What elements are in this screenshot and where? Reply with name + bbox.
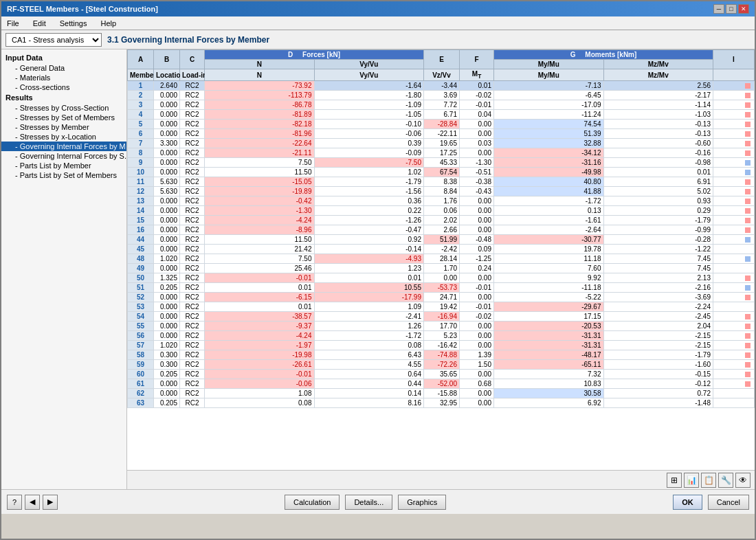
table-row[interactable]: 90.000RC27.50-7.5045.33-1.30-31.16-0.98 bbox=[128, 158, 755, 168]
next-button[interactable]: ▶ bbox=[43, 495, 58, 510]
table-row[interactable]: 580.300RC2-19.986.43-74.881.39-48.17-1.7… bbox=[128, 350, 755, 360]
menu-help[interactable]: Help bbox=[98, 19, 119, 28]
cell-member-no: 2 bbox=[128, 91, 154, 100]
close-button[interactable]: ✕ bbox=[738, 4, 749, 14]
sidebar-item-governing-set[interactable]: - Governing Internal Forces by S... bbox=[1, 151, 126, 161]
ok-button[interactable]: OK bbox=[673, 495, 702, 510]
sidebar-item-general-data[interactable]: - General Data bbox=[1, 63, 126, 73]
sidebar-item-materials[interactable]: - Materials bbox=[1, 73, 126, 82]
table-row[interactable]: 125.630RC2-19.89-1.568.84-0.4341.885.02 bbox=[128, 187, 755, 196]
graphics-button[interactable]: Graphics bbox=[398, 495, 446, 510]
cell-MyMu: -48.17 bbox=[494, 350, 604, 360]
table-row[interactable]: 440.000RC211.500.9251.99-0.48-30.77-0.28 bbox=[128, 235, 755, 245]
table-row[interactable]: 560.000RC2-4.24-1.725.230.00-31.31-2.15 bbox=[128, 331, 755, 341]
bottom-left-controls: ? ◀ ▶ bbox=[7, 495, 58, 510]
cell-VzVv: 8.84 bbox=[424, 187, 460, 196]
table-row[interactable]: 571.020RC2-1.970.08-16.420.00-31.31-2.15 bbox=[128, 341, 755, 350]
table-row[interactable]: 150.000RC2-4.24-1.262.020.00-1.61-1.79 bbox=[128, 216, 755, 225]
col-header-B: B bbox=[154, 50, 180, 69]
cell-VzVv: -72.26 bbox=[424, 360, 460, 370]
table-row[interactable]: 160.000RC2-8.96-0.472.660.00-2.64-0.99 bbox=[128, 225, 755, 235]
help-button[interactable]: ? bbox=[7, 495, 22, 510]
cell-N: 7.50 bbox=[205, 158, 315, 168]
table-row[interactable]: 540.000RC2-38.57-2.41-16.94-0.0217.15-2.… bbox=[128, 312, 755, 322]
table-row[interactable]: 501.325RC2-0.010.010.000.009.922.13 bbox=[128, 273, 755, 283]
cell-VyVu: -2.41 bbox=[314, 312, 424, 322]
cell-loading: RC2 bbox=[180, 302, 205, 312]
cell-location: 0.000 bbox=[154, 168, 180, 177]
bottom-center-controls: Calculation Details... Graphics bbox=[285, 495, 446, 510]
menu-file[interactable]: File bbox=[4, 19, 22, 28]
case-dropdown[interactable]: CA1 - Stress analysis bbox=[5, 33, 102, 47]
cell-VzVv: 1.76 bbox=[424, 196, 460, 206]
sidebar-item-stresses-x[interactable]: - Stresses by x-Location bbox=[1, 132, 126, 142]
cell-VzVv: 0.00 bbox=[424, 273, 460, 283]
sidebar-item-parts-set[interactable]: - Parts List by Set of Members bbox=[1, 170, 126, 180]
table-row[interactable]: 50.000RC2-82.18-0.10-28.840.0074.54-0.13 bbox=[128, 120, 755, 129]
table-row[interactable]: 510.205RC20.0110.55-53.73-0.01-11.18-2.1… bbox=[128, 283, 755, 293]
table-row[interactable]: 20.000RC2-113.79-1.803.69-0.02-6.45-2.17 bbox=[128, 91, 755, 100]
cell-indicator bbox=[713, 168, 755, 177]
cell-VyVu: 1.02 bbox=[314, 168, 424, 177]
table-row[interactable]: 130.000RC2-0.420.361.760.00-1.720.93 bbox=[128, 196, 755, 206]
icon-filter-btn[interactable]: 🔧 bbox=[718, 473, 733, 488]
table-row[interactable]: 115.630RC2-15.05-1.798.38-0.3840.806.91 bbox=[128, 177, 755, 187]
cell-MyMu: 7.32 bbox=[494, 370, 604, 379]
table-row[interactable]: 620.000RC21.080.14-15.880.0030.580.72 bbox=[128, 389, 755, 398]
icon-chart-btn[interactable]: 📊 bbox=[684, 473, 699, 488]
cell-VzVv: 17.25 bbox=[424, 148, 460, 158]
prev-button[interactable]: ◀ bbox=[25, 495, 40, 510]
table-row[interactable]: 530.000RC20.011.0919.42-0.01-29.67-2.24 bbox=[128, 302, 755, 312]
table-row[interactable]: 550.000RC2-9.371.2617.700.00-20.532.04 bbox=[128, 322, 755, 331]
table-row[interactable]: 100.000RC211.501.0267.54-0.51-49.980.01 bbox=[128, 168, 755, 177]
cell-member-no: 57 bbox=[128, 341, 154, 350]
cell-loading: RC2 bbox=[180, 187, 205, 196]
maximize-button[interactable]: □ bbox=[726, 4, 737, 14]
icon-view-btn[interactable]: 👁 bbox=[735, 473, 751, 488]
cell-location: 0.300 bbox=[154, 350, 180, 360]
table-row[interactable]: 40.000RC2-81.89-1.056.710.04-11.24-1.03 bbox=[128, 110, 755, 120]
cancel-button[interactable]: Cancel bbox=[708, 495, 749, 510]
window-controls[interactable]: ─ □ ✕ bbox=[713, 4, 749, 14]
cell-MzMv: -2.16 bbox=[603, 283, 713, 293]
sidebar-item-stresses-member[interactable]: - Stresses by Member bbox=[1, 122, 126, 132]
table-row[interactable]: 30.000RC2-86.78-1.097.72-0.01-17.09-1.14 bbox=[128, 100, 755, 110]
table-row[interactable]: 60.000RC2-81.96-0.06-22.110.0051.39-0.13 bbox=[128, 129, 755, 139]
table-row[interactable]: 73.300RC2-22.640.3919.650.0332.88-0.60 bbox=[128, 139, 755, 148]
cell-VyVu: -0.09 bbox=[314, 148, 424, 158]
table-row[interactable]: 490.000RC225.461.231.700.247.607.45 bbox=[128, 264, 755, 273]
menu-settings[interactable]: Settings bbox=[57, 19, 90, 28]
table-row[interactable]: 481.020RC27.50-4.9328.14-1.2511.187.45 bbox=[128, 254, 755, 264]
table-row[interactable]: 520.000RC2-6.15-17.9924.710.00-5.22-3.69 bbox=[128, 293, 755, 302]
sidebar-item-cross-sections[interactable]: - Cross-sections bbox=[1, 82, 126, 92]
cell-MyMu: -49.98 bbox=[494, 168, 604, 177]
cell-VzVv: -3.44 bbox=[424, 81, 460, 91]
sidebar-item-parts-member[interactable]: - Parts List by Member bbox=[1, 161, 126, 170]
menu-edit[interactable]: Edit bbox=[30, 19, 49, 28]
cell-VzVv: 32.95 bbox=[424, 398, 460, 408]
table-row[interactable]: 450.000RC221.42-0.14-2.420.0919.78-1.22 bbox=[128, 245, 755, 254]
col-header-forces: D Forces [kN] bbox=[205, 50, 424, 60]
table-row[interactable]: 600.205RC2-0.010.6435.650.007.32-0.15 bbox=[128, 370, 755, 379]
table-container[interactable]: A B C D Forces [kN] E F G Moments [kNm] … bbox=[127, 49, 755, 470]
table-row[interactable]: 80.000RC2-21.11-0.0917.250.00-34.12-0.16 bbox=[128, 148, 755, 158]
sidebar-item-stresses-cross[interactable]: - Stresses by Cross-Section bbox=[1, 103, 126, 113]
cell-loading: RC2 bbox=[180, 398, 205, 408]
cell-VzVv: -15.88 bbox=[424, 389, 460, 398]
cell-MzMv: -2.15 bbox=[603, 331, 713, 341]
calculation-button[interactable]: Calculation bbox=[285, 495, 340, 510]
cell-MT: 0.00 bbox=[460, 293, 494, 302]
cell-VzVv: -74.88 bbox=[424, 350, 460, 360]
table-row[interactable]: 630.205RC20.088.1632.950.006.92-1.48 bbox=[128, 398, 755, 408]
icon-table-btn[interactable]: ⊞ bbox=[667, 473, 682, 488]
minimize-button[interactable]: ─ bbox=[713, 4, 724, 14]
sidebar-item-stresses-set[interactable]: - Stresses by Set of Members bbox=[1, 113, 126, 122]
icon-export-btn[interactable]: 📋 bbox=[701, 473, 716, 488]
table-row[interactable]: 610.000RC2-0.060.44-52.000.6810.83-0.12 bbox=[128, 379, 755, 389]
table-row[interactable]: 12.640RC2-73.92-1.64-3.440.01-7.132.56 bbox=[128, 81, 755, 91]
table-row[interactable]: 590.300RC2-26.614.55-72.261.50-65.11-1.6… bbox=[128, 360, 755, 370]
table-row[interactable]: 140.000RC2-1.300.220.060.000.130.29 bbox=[128, 206, 755, 216]
cell-indicator bbox=[713, 110, 755, 120]
sidebar-item-governing-member[interactable]: - Governing Internal Forces by M bbox=[1, 142, 126, 151]
details-button[interactable]: Details... bbox=[345, 495, 392, 510]
